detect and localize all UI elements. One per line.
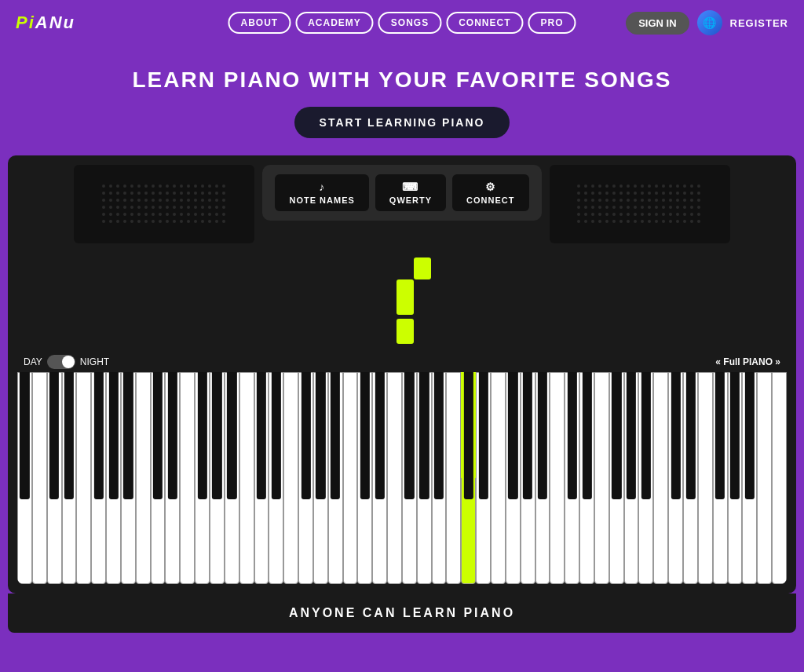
nav-songs[interactable]: SONGS: [378, 12, 441, 34]
speaker-dot: [215, 213, 218, 216]
black-key[interactable]: [419, 372, 429, 499]
white-key[interactable]: [136, 372, 151, 584]
speaker-dot: [130, 192, 133, 195]
black-key[interactable]: [49, 372, 59, 499]
black-key[interactable]: [272, 372, 281, 499]
qwerty-button[interactable]: ⌨ QWERTY: [375, 174, 446, 211]
speaker-dot: [215, 220, 218, 223]
speaker-dot: [634, 213, 637, 216]
black-key[interactable]: [212, 372, 221, 499]
black-key[interactable]: [730, 372, 740, 499]
black-key[interactable]: [375, 372, 385, 499]
toggle-knob: [62, 356, 75, 368]
black-key[interactable]: [612, 372, 621, 499]
black-key[interactable]: [523, 372, 532, 499]
black-key[interactable]: [360, 372, 370, 499]
white-key[interactable]: [343, 372, 358, 584]
black-key[interactable]: [464, 372, 473, 499]
start-learning-button[interactable]: START LEARNING PIANO: [294, 107, 510, 138]
white-key[interactable]: [698, 372, 713, 584]
register-button[interactable]: REGISTER: [730, 17, 788, 29]
white-key[interactable]: [283, 372, 298, 584]
black-key[interactable]: [568, 372, 577, 499]
white-key[interactable]: [594, 372, 609, 584]
speaker-dot: [152, 213, 155, 216]
black-key[interactable]: [108, 372, 118, 499]
nav-academy[interactable]: ACADEMY: [295, 12, 374, 34]
speaker-dot: [137, 213, 141, 216]
full-piano-button[interactable]: « Full PIANO »: [715, 356, 780, 367]
speaker-dot: [123, 199, 126, 202]
speaker-dot: [676, 206, 679, 209]
speaker-dot: [648, 184, 651, 188]
black-key[interactable]: [685, 372, 695, 499]
speaker-dot: [173, 184, 176, 188]
black-key[interactable]: [715, 372, 725, 499]
white-key[interactable]: [653, 372, 668, 584]
white-key[interactable]: [239, 372, 254, 584]
white-key[interactable]: [446, 372, 461, 584]
piano-keyboard[interactable]: [17, 372, 787, 584]
speaker-dot: [194, 192, 197, 195]
speaker-dots-left: [102, 184, 227, 225]
speaker-dot: [166, 213, 169, 216]
speaker-dot: [605, 199, 608, 202]
speaker-dot: [109, 184, 112, 188]
header: PiANu ABOUT ACADEMY SONGS CONNECT PRO SI…: [0, 0, 804, 46]
speaker-dot: [591, 220, 594, 223]
black-key[interactable]: [404, 372, 414, 499]
sign-in-button[interactable]: SIGN IN: [626, 12, 689, 35]
black-key[interactable]: [94, 372, 104, 499]
black-key[interactable]: [671, 372, 681, 499]
nav-about[interactable]: ABOUT: [228, 12, 291, 34]
speaker-dot: [676, 213, 679, 216]
speaker-dot: [690, 220, 693, 223]
black-key[interactable]: [582, 372, 591, 499]
black-key[interactable]: [64, 372, 74, 499]
nav-connect[interactable]: CONNECT: [446, 12, 523, 34]
black-key[interactable]: [641, 372, 651, 499]
black-key[interactable]: [301, 372, 310, 499]
black-key[interactable]: [627, 372, 636, 499]
white-key[interactable]: [491, 372, 506, 584]
black-key[interactable]: [123, 372, 133, 499]
note-names-button[interactable]: ♪ NOTE NAMES: [275, 174, 368, 211]
speaker-dot: [144, 199, 148, 202]
black-key[interactable]: [197, 372, 206, 499]
black-key[interactable]: [227, 372, 236, 499]
black-key[interactable]: [331, 372, 340, 499]
black-key[interactable]: [257, 372, 266, 499]
connect-button[interactable]: ⚙ CONNECT: [452, 174, 528, 211]
white-key[interactable]: [387, 372, 402, 584]
white-key[interactable]: [180, 372, 195, 584]
black-key[interactable]: [479, 372, 488, 499]
nav-pro[interactable]: PRO: [528, 12, 576, 34]
speaker-dot: [577, 220, 580, 223]
white-key[interactable]: [32, 372, 47, 584]
speaker-dot: [222, 199, 225, 202]
black-key[interactable]: [538, 372, 547, 499]
white-key[interactable]: [550, 372, 565, 584]
black-key[interactable]: [434, 372, 444, 499]
speaker-dot: [159, 206, 162, 209]
speaker-dot: [690, 199, 693, 202]
day-night-toggle[interactable]: [47, 355, 75, 369]
black-key[interactable]: [745, 372, 755, 499]
speaker-dot: [102, 213, 105, 216]
speaker-dot: [612, 199, 616, 202]
speaker-dot: [173, 206, 176, 209]
black-key[interactable]: [20, 372, 29, 499]
piano-section: ♪ NOTE NAMES ⌨ QWERTY ⚙ CONNECT: [8, 155, 796, 593]
speaker-dot: [116, 220, 119, 223]
black-key[interactable]: [508, 372, 517, 499]
hero-headline: LEARN PIANO WITH YOUR FAVORITE SONGS: [16, 68, 788, 93]
white-key[interactable]: [757, 372, 772, 584]
speaker-dot: [655, 213, 658, 216]
white-key[interactable]: [772, 372, 787, 584]
white-key[interactable]: [76, 372, 91, 584]
black-key[interactable]: [316, 372, 325, 499]
black-key[interactable]: [153, 372, 163, 499]
speaker-dot: [137, 184, 141, 188]
speaker-dot: [627, 199, 630, 202]
black-key[interactable]: [168, 372, 177, 499]
